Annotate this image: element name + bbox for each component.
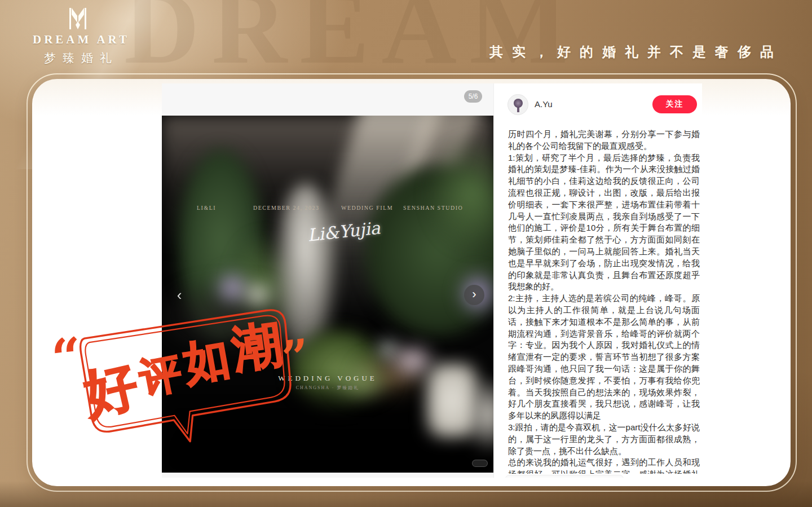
brand-monogram-icon [65, 7, 91, 30]
avatar[interactable] [508, 94, 528, 115]
photo-footer: WEDDING VOGUE CHANGSHA · 梦臻婚礼 [162, 374, 493, 391]
review-panel: A.Yu 关注 历时四个月，婚礼完美谢幕，分别分享一下参与婚礼的各个公司给我留下… [493, 83, 702, 478]
review-paragraph: 历时四个月，婚礼完美谢幕，分别分享一下参与婚礼的各个公司给我留下的最直观感受。 [508, 129, 700, 152]
comment-input-sliver[interactable] [505, 475, 624, 478]
photo-footer-sub: CHANGSHA · 梦臻婚礼 [162, 385, 493, 391]
photo-caption-film: WEDDING FILM [341, 205, 393, 211]
photo-caption-date: DECEMBER 24, 2023 [253, 205, 319, 211]
review-paragraph: 2:主持，主持人选的是若缤公司的纯峰，峰哥。原以为主持人的工作很简单，就是上台说… [508, 293, 700, 422]
review-paragraph: 3:跟拍，请的是今喜双机，这一part没什么太多好说的，属于这一行里的龙头了，方… [508, 422, 700, 457]
review-paragraph: 1:策划，研究了半个月，最后选择的梦臻，负责我婚礼的策划是梦臻-佳莉。作为一个从… [508, 152, 700, 293]
photo-viewer: 5/6 [162, 83, 493, 478]
carousel-prev-icon[interactable]: ‹ [171, 287, 188, 304]
follow-button[interactable]: 关注 [652, 95, 697, 113]
background-watermark-bottom: DREAM ART [73, 500, 773, 507]
wedding-photo[interactable]: LI&LI DECEMBER 24, 2023 WEDDING FILM SEN… [162, 116, 493, 473]
brand-logo: DREAM ART 梦臻婚礼 [33, 7, 123, 66]
photo-caption-studio: SENSHAN STUDIO [403, 205, 463, 211]
brand-name-cn: 梦臻婚礼 [33, 50, 123, 66]
photo-watermark-pill [472, 460, 488, 467]
app-screenshot: 5/6 [162, 83, 702, 478]
photo-caption-row: LI&LI DECEMBER 24, 2023 WEDDING FILM SEN… [162, 205, 493, 214]
author-name[interactable]: A.Yu [535, 99, 553, 109]
review-header: A.Yu 关注 [494, 83, 702, 124]
photo-chair [469, 381, 493, 448]
background-watermark: DREAM [124, 0, 632, 74]
photo-caption-names: LI&LI [197, 205, 216, 211]
review-card: 5/6 [32, 79, 791, 486]
photo-footer-title: WEDDING VOGUE [162, 374, 493, 383]
review-paragraph: 总的来说我的婚礼运气很好，遇到的工作人员和现场都很好，可以称得上完美二字，感谢为… [508, 457, 700, 474]
brand-name-en: DREAM ART [33, 33, 123, 47]
page-indicator-badge: 5/6 [464, 90, 482, 103]
review-body: 历时四个月，婚礼完美谢幕，分别分享一下参与婚礼的各个公司给我留下的最直观感受。1… [508, 129, 700, 474]
page: { "brand": { "name_en": "DREAM ART", "na… [0, 0, 812, 507]
brand-tagline: 其实，好的婚礼并不是奢侈品 [489, 43, 783, 61]
photo-flowers [241, 279, 275, 310]
carousel-next-icon[interactable]: › [464, 285, 484, 305]
